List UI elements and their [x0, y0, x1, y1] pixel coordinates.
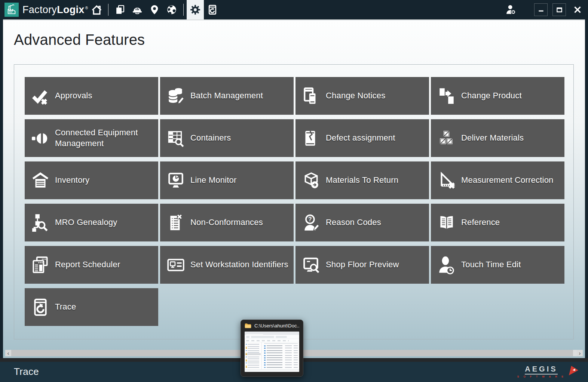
factory-icon [6, 4, 17, 15]
maximize-icon [555, 6, 563, 14]
main-content: Advanced Features ApprovalsBatch Managem… [3, 19, 585, 358]
tile-touch-time-edit[interactable]: Touch Time Edit [431, 246, 564, 284]
aegis-name: AEGIS [525, 365, 557, 375]
tile-label: Deliver Materials [461, 133, 527, 144]
tile-line-monitor[interactable]: Line Monitor [160, 161, 294, 199]
tile-non-conformances[interactable]: Non-Conformances [160, 204, 294, 241]
web-button[interactable] [163, 0, 180, 19]
tile-label: MRO Genealogy [55, 217, 120, 228]
maximize-button[interactable] [552, 3, 566, 16]
folder-icon [245, 323, 251, 329]
toolbar-divider [108, 4, 108, 16]
close-button[interactable] [571, 3, 584, 16]
brand-logix: Logix [57, 4, 85, 16]
minimize-button[interactable] [534, 3, 548, 16]
tile-label: Measurement Correction [461, 175, 557, 186]
tile-label: Connected Equipment Management [55, 127, 158, 149]
page-title: Advanced Features [14, 31, 145, 48]
tile-label: Change Notices [326, 90, 388, 101]
toolbar-divider [183, 4, 184, 16]
tile-label: Containers [190, 133, 234, 144]
defect-assignment-icon [301, 129, 321, 148]
aegis-flag-icon [568, 364, 579, 378]
tile-label: Reason Codes [326, 217, 384, 228]
thumbnail-nav-pane [245, 342, 262, 369]
tile-label: Reference [461, 217, 503, 228]
tile-mro-genealogy[interactable]: MRO Genealogy [25, 204, 158, 241]
measurement-correction-icon [437, 171, 456, 190]
tile-connected-equipment-management[interactable]: Connected Equipment Management [25, 119, 158, 157]
location-button[interactable] [146, 0, 163, 19]
tile-batch-management[interactable]: Batch Management [160, 77, 294, 115]
connected-equipment-icon [31, 129, 50, 148]
explorer-thumbnail [245, 332, 299, 372]
scroll-left-button[interactable]: ‹ [5, 350, 11, 356]
tile-approvals[interactable]: Approvals [25, 77, 158, 115]
documents-icon [115, 4, 125, 15]
tile-report-scheduler[interactable]: Report Scheduler [25, 246, 158, 284]
change-product-icon [437, 86, 456, 106]
status-selected-feature: Trace [14, 366, 39, 378]
containers-icon [166, 129, 186, 148]
tile-label: Inventory [55, 175, 92, 186]
scroll-right-button[interactable]: › [577, 350, 583, 356]
inventory-icon [31, 171, 50, 190]
tile-materials-to-return[interactable]: Materials To Return [295, 161, 429, 199]
tile-change-notices[interactable]: Change Notices [295, 77, 429, 115]
trace-button[interactable] [204, 0, 221, 19]
tile-shop-floor-preview[interactable]: Shop Floor Preview [295, 246, 429, 284]
brand-registered-mark: ® [85, 6, 88, 10]
thumbnail-selected-folder [245, 353, 261, 355]
trace-icon [31, 298, 50, 317]
tile-inventory[interactable]: Inventory [25, 161, 158, 199]
tile-label: Change Product [461, 90, 525, 101]
materials-to-return-icon [301, 171, 321, 190]
tile-reference[interactable]: Reference [431, 204, 564, 241]
production-button[interactable] [129, 0, 146, 19]
shop-floor-preview-icon [301, 255, 321, 275]
titlebar: FactoryLogix® [0, 0, 588, 19]
home-button[interactable] [88, 0, 105, 19]
thumbnail-title: C:\Users\ahunt\Doc... [254, 323, 299, 329]
line-monitor-icon [166, 171, 186, 190]
tile-measurement-correction[interactable]: Measurement Correction [431, 161, 564, 199]
tile-label: Non-Conformances [190, 217, 266, 228]
mro-genealogy-icon [31, 213, 50, 232]
globe-icon [166, 4, 177, 15]
tile-defect-assignment[interactable]: Defect assignment [295, 119, 429, 157]
location-pin-icon [149, 4, 160, 15]
tile-deliver-materials[interactable]: Deliver Materials [431, 119, 564, 157]
tile-set-workstation-identifiers[interactable]: Set Workstation Identifiers [160, 246, 294, 284]
tile-reason-codes[interactable]: ?Reason Codes [295, 204, 429, 241]
thumbnail-file-list [262, 342, 299, 369]
tile-label: Set Workstation Identifiers [190, 259, 291, 270]
documents-button[interactable] [111, 0, 129, 19]
set-workstation-identifiers-icon [166, 255, 186, 275]
batch-management-icon [166, 86, 186, 106]
touch-time-edit-icon [437, 255, 456, 275]
settings-button[interactable] [187, 0, 204, 19]
brand-factory: Factory [22, 4, 57, 16]
tile-label: Line Monitor [190, 175, 239, 186]
close-icon [573, 5, 582, 14]
tiles-grid: ApprovalsBatch ManagementChange NoticesC… [25, 77, 564, 326]
taskbar-thumbnail-popup[interactable]: C:\Users\ahunt\Doc... [241, 320, 303, 377]
tile-label: Trace [55, 302, 79, 312]
reference-icon [437, 213, 456, 232]
thumbnail-statusbar [245, 369, 299, 372]
deliver-materials-icon [437, 129, 456, 148]
logout-user-button[interactable] [502, 0, 520, 19]
thumbnail-file-names [267, 345, 282, 368]
app-title: FactoryLogix® [22, 4, 88, 16]
approvals-icon [31, 86, 50, 106]
tile-change-product[interactable]: Change Product [431, 77, 564, 115]
tile-label: Batch Management [190, 90, 266, 101]
home-icon [91, 4, 102, 16]
svg-text:?: ? [308, 216, 312, 222]
tile-label: Touch Time Edit [461, 259, 524, 270]
aegis-wordmark: AEGIS S O F T W A R E [517, 365, 565, 378]
non-conformances-icon [166, 213, 186, 232]
tile-trace[interactable]: Trace [25, 288, 158, 326]
tile-containers[interactable]: Containers [160, 119, 294, 157]
thumbnail-nav-pill [246, 336, 249, 338]
